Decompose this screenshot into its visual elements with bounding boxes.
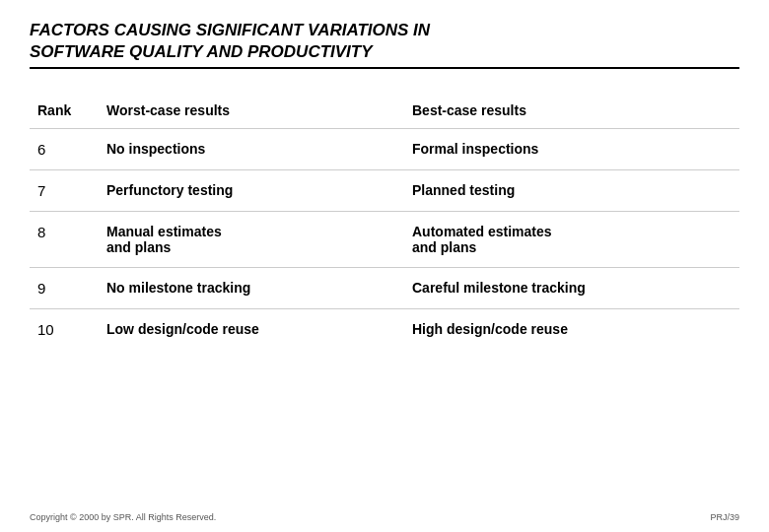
- table-row: 6No inspectionsFormal inspections: [30, 129, 739, 170]
- factors-table: Rank Worst-case results Best-case result…: [30, 97, 739, 350]
- copyright-text: Copyright © 2000 by SPR. All Rights Rese…: [30, 512, 216, 522]
- header-rank: Rank: [30, 97, 99, 129]
- title-line1: FACTORS CAUSING SIGNIFICANT VARIATIONS I…: [30, 21, 430, 39]
- cell-best: Formal inspections: [404, 129, 739, 170]
- cell-best: High design/code reuse: [404, 309, 739, 351]
- title-line2: SOFTWARE QUALITY AND PRODUCTIVITY: [30, 42, 373, 61]
- table-header-row: Rank Worst-case results Best-case result…: [30, 97, 739, 129]
- page-number: PRJ/39: [710, 512, 739, 522]
- cell-worst: Manual estimatesand plans: [99, 212, 404, 268]
- cell-best: Careful milestone tracking: [404, 268, 739, 309]
- cell-worst: No inspections: [99, 129, 404, 170]
- cell-best: Automated estimatesand plans: [404, 212, 739, 268]
- cell-rank: 7: [30, 170, 99, 212]
- table-row: 7Perfunctory testingPlanned testing: [30, 170, 739, 212]
- header-worst: Worst-case results: [99, 97, 404, 129]
- table-row: 8Manual estimatesand plansAutomated esti…: [30, 212, 739, 268]
- cell-rank: 9: [30, 268, 99, 309]
- cell-worst: Perfunctory testing: [99, 170, 404, 212]
- slide-title: FACTORS CAUSING SIGNIFICANT VARIATIONS I…: [30, 20, 739, 63]
- title-underline: [30, 67, 739, 69]
- footer: Copyright © 2000 by SPR. All Rights Rese…: [30, 506, 739, 522]
- cell-rank: 8: [30, 212, 99, 268]
- cell-worst: No milestone tracking: [99, 268, 404, 309]
- cell-worst: Low design/code reuse: [99, 309, 404, 351]
- cell-rank: 6: [30, 129, 99, 170]
- main-container: FACTORS CAUSING SIGNIFICANT VARIATIONS I…: [0, 0, 769, 532]
- table-section: Rank Worst-case results Best-case result…: [30, 97, 739, 506]
- header-best: Best-case results: [404, 97, 739, 129]
- cell-rank: 10: [30, 309, 99, 351]
- table-row: 9No milestone trackingCareful milestone …: [30, 268, 739, 309]
- title-section: FACTORS CAUSING SIGNIFICANT VARIATIONS I…: [30, 20, 739, 69]
- table-row: 10Low design/code reuseHigh design/code …: [30, 309, 739, 351]
- cell-best: Planned testing: [404, 170, 739, 212]
